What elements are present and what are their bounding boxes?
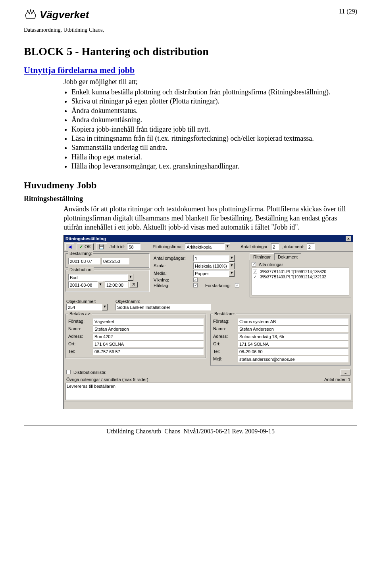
alla-ritningar-checkbox[interactable]: ✓	[252, 262, 256, 266]
ritn-title: Ritningsbeställning	[24, 195, 357, 203]
ritningar-listbox[interactable]: ✓3\B\377B1401.PLT|19991214;135820 ✓3\B\3…	[252, 268, 349, 295]
footer-text: Utbildning Chaos/utb_Chaos_Nivå1/2005-06…	[24, 428, 357, 441]
betalas-adress[interactable]: Box 4202	[93, 333, 204, 340]
bullet-list: Enkelt kunna beställa plottning och dist…	[71, 88, 357, 171]
dokument-field[interactable]: 2	[307, 243, 315, 250]
list-item: Kopiera jobb-innehåll från tidigare jobb…	[71, 125, 357, 134]
dialog-ritningsbestallning: Ritningsbeställning × ◀ ✓OK 💾 Jobb id: 5…	[64, 235, 353, 409]
jobb-id-field[interactable]: 58	[127, 243, 140, 250]
svg-point-0	[27, 10, 29, 11]
list-item: Ändra dokumentlåsning.	[71, 115, 357, 124]
logo: Vägverket	[24, 8, 89, 21]
footer-divider	[24, 425, 357, 425]
antal-omgangar-combo[interactable]: 1▼	[193, 255, 235, 262]
betalas-namn[interactable]: Stefan Andersson	[93, 326, 204, 332]
betalas-foretag[interactable]: Vägverket	[93, 318, 204, 325]
list-item: Ändra dokumentstatus.	[71, 106, 357, 115]
crown-icon	[24, 8, 37, 21]
jobb-id-label: Jobb id:	[110, 244, 125, 249]
bestallare-namn[interactable]: Stefan Andersson	[238, 326, 348, 332]
bestallare-ort[interactable]: 171 54 SOLNA	[238, 341, 348, 347]
vikning-checkbox[interactable]: ✓	[193, 278, 198, 282]
forstarkning-checkbox[interactable]: ✓	[235, 283, 239, 287]
halslag-checkbox[interactable]: ✓	[193, 283, 198, 287]
bestallning-group: Beställning: 2001-03-07 09:25:53	[65, 253, 150, 268]
bestallning-time[interactable]: 09:25:53	[102, 258, 129, 264]
antal-ritningar-label: Antal ritningar:	[241, 244, 269, 249]
distribution-date-combo[interactable]: 2001-03-08▼	[68, 282, 103, 288]
ritn-body: Används för att plotta ritningar och tex…	[64, 205, 357, 232]
plottningsfirma-label: Plottningsfirma:	[152, 244, 183, 249]
list-item: Läsa in ritningsnamn från fil (t.ex. rit…	[71, 134, 357, 143]
objektnamn-field[interactable]: Södra Länken Installationer	[115, 304, 211, 310]
tab-ritningar[interactable]: Ritningar	[250, 253, 274, 260]
save-icon[interactable]: 💾	[96, 243, 107, 250]
list-item: Hålla ihop eget material.	[71, 153, 357, 162]
time-button[interactable]: ⏱	[129, 282, 138, 287]
intro-line: Jobb ger möjlighet till att;	[64, 78, 357, 86]
dokument-label: , dokument:	[281, 244, 304, 249]
list-item: Hålla ihop leveransomgångar, t.ex. grans…	[71, 162, 357, 171]
bestallare-group: Beställare: Företag:Chaos systems AB Nam…	[210, 314, 351, 366]
section-title: Utnyttja fördelarna med jobb	[24, 65, 357, 75]
browse-button[interactable]: …	[341, 369, 350, 375]
ok-button[interactable]: ✓OK	[77, 243, 94, 250]
bestallning-date[interactable]: 2001-03-07	[68, 258, 100, 264]
media-combo[interactable]: Papper▼	[193, 270, 235, 277]
tab-dokument[interactable]: Dokument	[274, 253, 301, 260]
exit-button[interactable]: ◀	[65, 243, 74, 250]
list-item: Sammanställa underlag till andra.	[71, 143, 357, 152]
svg-point-2	[33, 10, 34, 11]
huvudmeny-title: Huvudmeny Jobb	[24, 180, 357, 191]
ovriga-textarea[interactable]: Levrereras till beställaren	[65, 383, 351, 400]
list-item: Skriva ut ritningar på egen plotter (Plo…	[71, 97, 357, 106]
list-item: Enkelt kunna beställa plottning och dist…	[71, 88, 357, 97]
distributionslista-checkbox[interactable]	[66, 370, 71, 374]
subheader: Datasamordning, Utbildning Chaos,	[24, 27, 357, 33]
bestallare-foretag[interactable]: Chaos systems AB	[238, 318, 348, 325]
objektnummer-combo[interactable]: 254▼	[66, 304, 108, 310]
toolbar: ◀ ✓OK 💾 Jobb id: 58 Plottningsfirma: Ark…	[64, 242, 353, 252]
distribution-method-combo[interactable]: Bud▼	[68, 274, 133, 281]
skala-combo[interactable]: Helskala (100%)▼	[193, 262, 235, 269]
antal-ritningar-field[interactable]: 2	[271, 243, 279, 250]
dialog-title: Ritningsbeställning	[65, 236, 106, 241]
brand-text: Vägverket	[40, 9, 89, 21]
distribution-time[interactable]: 12:00:00	[105, 282, 128, 288]
block-title: BLOCK 5 - Hantering och distribution	[24, 45, 357, 58]
chevron-down-icon: ▼	[225, 243, 230, 250]
page-number: 11 (29)	[339, 8, 357, 15]
betalas-tel[interactable]: 08-757 66 57	[93, 348, 204, 355]
betalas-ort[interactable]: 171 04 SOLNA	[93, 341, 204, 347]
distribution-group: Distribution: Bud▼ 2001-03-08▼ 12:00:00 …	[65, 270, 150, 292]
betalas-group: Betalas av: Företag:Vägverket Namn:Stefa…	[65, 314, 206, 358]
bestallare-adress[interactable]: Solna strandväg 18, 6tr	[238, 333, 348, 340]
close-icon[interactable]: ×	[346, 236, 351, 241]
bestallare-mejl[interactable]: stefan.andersson@chaos.se	[238, 356, 348, 362]
bestallare-tel[interactable]: 08-29 06 60	[238, 348, 348, 355]
svg-point-1	[30, 10, 31, 11]
dialog-titlebar: Ritningsbeställning ×	[64, 235, 353, 242]
plottningsfirma-combo[interactable]: Arkitektkopia▼	[185, 243, 230, 250]
